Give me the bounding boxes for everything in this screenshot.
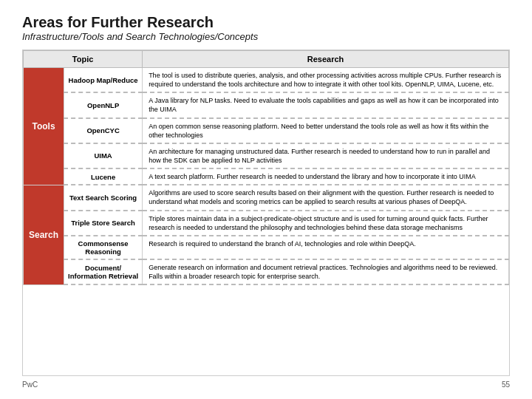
table-row: LuceneA text search platform. Further re… xyxy=(24,168,509,185)
page: Areas for Further Research Infrastructur… xyxy=(0,0,532,399)
topic-cell: Lucene xyxy=(64,168,143,185)
table-row: SearchText Search ScoringAlgorithms are … xyxy=(24,185,509,210)
table-row: OpenCYCAn open common sense reasoning pl… xyxy=(24,118,509,143)
col-header-research: Research xyxy=(143,51,509,68)
title-section: Areas for Further Research Infrastructur… xyxy=(22,13,510,42)
research-cell: Algorithms are used to score search resu… xyxy=(143,185,509,210)
table-row: Triple Store SearchTriple stores maintai… xyxy=(24,211,509,236)
topic-cell: OpenCYC xyxy=(64,118,143,143)
main-table: Topic Research ToolsHadoop Map/ReduceThe… xyxy=(23,50,509,285)
research-cell: A Java library for NLP tasks. Need to ev… xyxy=(143,92,509,117)
subtitle: Infrastructure/Tools and Search Technolo… xyxy=(22,31,510,42)
topic-cell: Triple Store Search xyxy=(64,211,143,236)
topic-cell: Document/ Information Retrieval xyxy=(64,259,143,284)
col-header-topic: Topic xyxy=(24,51,143,68)
research-cell: The tool is used to distribute queries, … xyxy=(143,68,509,93)
table-row: Commonsense ReasoningResearch is require… xyxy=(24,236,509,259)
research-cell: An architecture for managing unstructure… xyxy=(143,143,509,168)
table-row: UIMAAn architecture for managing unstruc… xyxy=(24,143,509,168)
main-table-wrapper: Topic Research ToolsHadoop Map/ReduceThe… xyxy=(22,50,510,376)
research-cell: Triple stores maintain data in a subject… xyxy=(143,211,509,236)
research-cell: Generate research on information and doc… xyxy=(143,259,509,284)
footer-right: 55 xyxy=(502,381,510,389)
table-row: OpenNLPA Java library for NLP tasks. Nee… xyxy=(24,92,509,117)
research-cell: Research is required to understand the b… xyxy=(143,236,509,259)
research-cell: A text search platform. Further research… xyxy=(143,168,509,185)
table-row: Document/ Information RetrievalGenerate … xyxy=(24,259,509,284)
topic-cell: Hadoop Map/Reduce xyxy=(64,68,143,93)
table-row: ToolsHadoop Map/ReduceThe tool is used t… xyxy=(24,68,509,93)
section-label-tools: Tools xyxy=(24,68,64,185)
footer-left: PwC xyxy=(22,381,38,389)
topic-cell: Text Search Scoring xyxy=(64,185,143,210)
topic-cell: UIMA xyxy=(64,143,143,168)
research-cell: An open common sense reasoning platform.… xyxy=(143,118,509,143)
section-label-search: Search xyxy=(24,185,64,284)
main-title: Areas for Further Research xyxy=(22,13,510,31)
topic-cell: Commonsense Reasoning xyxy=(64,236,143,259)
footer: PwC 55 xyxy=(22,381,510,389)
topic-cell: OpenNLP xyxy=(64,92,143,117)
